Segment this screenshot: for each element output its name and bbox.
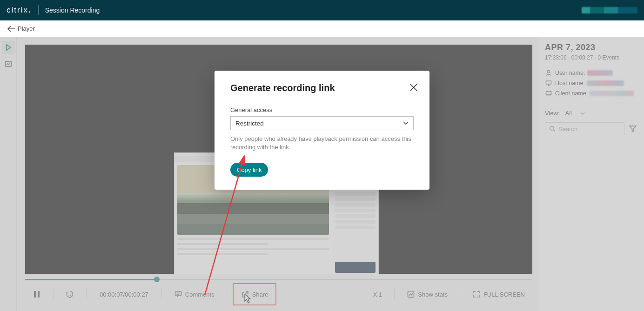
access-select[interactable]: Restricted	[230, 116, 414, 130]
access-label: General access	[230, 106, 414, 113]
modal-close-button[interactable]	[407, 81, 420, 94]
account-info-redacted	[582, 7, 637, 13]
citrix-logo: citrix.	[7, 6, 32, 15]
modal-title: Generate recording link	[230, 83, 414, 93]
chevron-down-icon	[403, 121, 409, 125]
close-icon	[409, 83, 418, 92]
divider	[38, 5, 39, 15]
back-arrow-icon[interactable]	[5, 20, 18, 37]
generate-link-modal: Generate recording link General access R…	[215, 71, 429, 190]
modal-overlay: Generate recording link General access R…	[0, 37, 644, 311]
breadcrumb: Player	[0, 20, 644, 37]
top-bar: citrix. Session Recording	[0, 0, 644, 20]
access-value: Restricted	[235, 120, 264, 127]
product-title: Session Recording	[45, 7, 100, 14]
breadcrumb-label[interactable]: Player	[18, 25, 35, 32]
access-help-text: Only people who already have playback pe…	[230, 135, 414, 152]
copy-link-button[interactable]: Copy link	[230, 163, 268, 177]
